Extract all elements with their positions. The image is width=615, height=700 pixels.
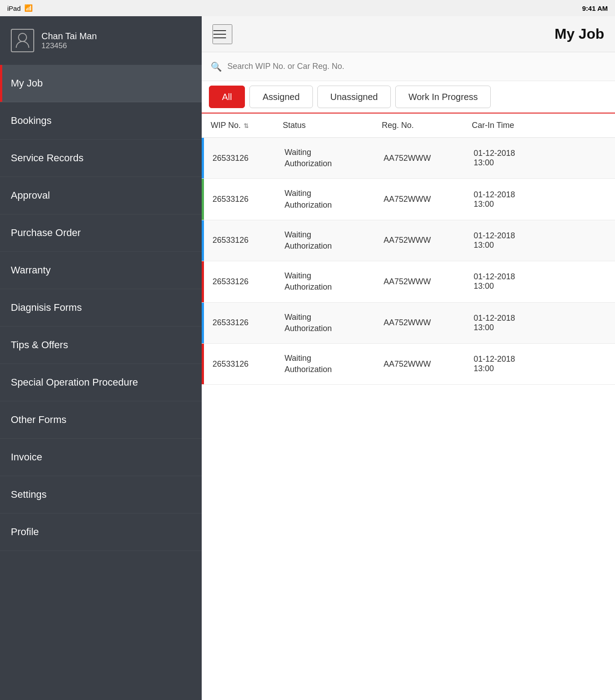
cell-status: WaitingAuthorization — [283, 229, 382, 252]
sidebar-item-label-approval: Approval — [11, 190, 50, 201]
search-input[interactable] — [227, 62, 606, 71]
cell-reg: AA752WWW — [382, 359, 472, 369]
status-bar-left: iPad 📶 — [7, 4, 33, 12]
sidebar-item-purchase-order[interactable]: Purchase Order — [0, 214, 202, 252]
sidebar-item-label-settings: Settings — [11, 489, 47, 500]
cell-reg: AA752WWW — [382, 195, 472, 204]
cell-car-in: 01-12-201813:00 — [472, 314, 606, 332]
sidebar-item-label-other-forms: Other Forms — [11, 414, 66, 426]
cell-wip: 26533126 — [211, 236, 283, 245]
sidebar-user: Chan Tai Man 123456 — [0, 16, 202, 65]
cell-status: WaitingAuthorization — [283, 312, 382, 334]
sidebar: Chan Tai Man 123456 My JobBookingsServic… — [0, 16, 202, 700]
svg-point-0 — [18, 33, 27, 41]
user-id: 123456 — [41, 41, 97, 50]
hamburger-line-1 — [213, 30, 226, 31]
table-header-reg-no: Reg. No. — [382, 121, 472, 130]
page-title: My Job — [555, 26, 604, 42]
cell-wip: 26533126 — [211, 195, 283, 204]
sidebar-item-label-special-operation: Special Operation Procedure — [11, 377, 138, 388]
row-indicator — [202, 303, 204, 343]
sidebar-item-profile[interactable]: Profile — [0, 514, 202, 551]
hamburger-button[interactable] — [213, 24, 232, 44]
row-indicator — [202, 220, 204, 261]
table-body: 26533126WaitingAuthorizationAA752WWW01-1… — [202, 138, 615, 700]
sidebar-item-approval[interactable]: Approval — [0, 177, 202, 214]
user-info: Chan Tai Man 123456 — [41, 31, 97, 50]
sidebar-item-label-invoice: Invoice — [11, 451, 42, 463]
cell-status: WaitingAuthorization — [283, 270, 382, 293]
hamburger-line-2 — [213, 34, 226, 35]
content-area: My Job 🔍 AllAssignedUnassignedWork In Pr… — [202, 16, 615, 700]
sidebar-item-label-bookings: Bookings — [11, 115, 52, 127]
cell-status: WaitingAuthorization — [283, 353, 382, 375]
cell-wip: 26533126 — [211, 277, 283, 286]
device-label: iPad — [7, 5, 21, 12]
table-row[interactable]: 26533126WaitingAuthorizationAA752WWW01-1… — [202, 344, 615, 385]
cell-car-in: 01-12-201813:00 — [472, 149, 606, 168]
sidebar-item-bookings[interactable]: Bookings — [0, 102, 202, 140]
sidebar-item-warranty[interactable]: Warranty — [0, 252, 202, 289]
sort-icon: ⇅ — [244, 122, 249, 129]
filter-tab-unassigned[interactable]: Unassigned — [317, 86, 391, 108]
cell-car-in: 01-12-201813:00 — [472, 272, 606, 291]
search-icon: 🔍 — [211, 61, 222, 72]
status-bar-time: 9:41 AM — [582, 5, 608, 12]
cell-wip: 26533126 — [211, 154, 283, 163]
sidebar-item-special-operation[interactable]: Special Operation Procedure — [0, 364, 202, 401]
avatar — [11, 29, 34, 52]
filter-tabs: AllAssignedUnassignedWork In Progress — [202, 81, 615, 114]
cell-status: WaitingAuthorization — [283, 188, 382, 210]
table-header-car-in-time: Car-In Time — [472, 121, 606, 130]
search-bar: 🔍 — [202, 52, 615, 81]
cell-status: WaitingAuthorization — [283, 147, 382, 169]
table-row[interactable]: 26533126WaitingAuthorizationAA752WWW01-1… — [202, 261, 615, 302]
filter-tab-all[interactable]: All — [209, 86, 245, 108]
cell-car-in: 01-12-201813:00 — [472, 355, 606, 373]
sidebar-item-my-job[interactable]: My Job — [0, 65, 202, 102]
status-bar: iPad 📶 9:41 AM — [0, 0, 615, 16]
sidebar-item-label-diagnisis-forms: Diagnisis Forms — [11, 302, 82, 314]
sidebar-nav: My JobBookingsService RecordsApprovalPur… — [0, 65, 202, 700]
sidebar-item-label-warranty: Warranty — [11, 264, 50, 276]
sidebar-item-settings[interactable]: Settings — [0, 476, 202, 514]
sidebar-item-diagnisis-forms[interactable]: Diagnisis Forms — [0, 289, 202, 327]
filter-tab-work-in-progress[interactable]: Work In Progress — [395, 86, 491, 108]
sidebar-item-label-profile: Profile — [11, 526, 39, 538]
hamburger-line-3 — [213, 37, 226, 38]
table-row[interactable]: 26533126WaitingAuthorizationAA752WWW01-1… — [202, 220, 615, 261]
sidebar-item-invoice[interactable]: Invoice — [0, 439, 202, 476]
sidebar-item-label-my-job: My Job — [11, 77, 43, 89]
row-indicator — [202, 344, 204, 384]
row-indicator — [202, 138, 204, 178]
table-header-status: Status — [283, 121, 382, 130]
row-indicator — [202, 261, 204, 302]
sidebar-item-service-records[interactable]: Service Records — [0, 140, 202, 177]
sidebar-item-label-tips-offers: Tips & Offers — [11, 339, 68, 351]
table-header-wip-no[interactable]: WIP No.⇅ — [211, 121, 283, 130]
table-row[interactable]: 26533126WaitingAuthorizationAA752WWW01-1… — [202, 138, 615, 179]
cell-car-in: 01-12-201813:00 — [472, 190, 606, 209]
cell-reg: AA752WWW — [382, 154, 472, 163]
cell-reg: AA752WWW — [382, 277, 472, 286]
sidebar-item-tips-offers[interactable]: Tips & Offers — [0, 327, 202, 364]
table-row[interactable]: 26533126WaitingAuthorizationAA752WWW01-1… — [202, 303, 615, 344]
cell-reg: AA752WWW — [382, 318, 472, 327]
user-name: Chan Tai Man — [41, 31, 97, 41]
cell-wip: 26533126 — [211, 359, 283, 369]
filter-tab-assigned[interactable]: Assigned — [249, 86, 312, 108]
cell-wip: 26533126 — [211, 318, 283, 327]
sidebar-item-label-service-records: Service Records — [11, 152, 83, 164]
table-row[interactable]: 26533126WaitingAuthorizationAA752WWW01-1… — [202, 179, 615, 220]
content-header: My Job — [202, 16, 615, 52]
row-indicator — [202, 179, 204, 219]
sidebar-item-other-forms[interactable]: Other Forms — [0, 401, 202, 439]
main-container: Chan Tai Man 123456 My JobBookingsServic… — [0, 16, 615, 700]
cell-reg: AA752WWW — [382, 236, 472, 245]
wifi-icon: 📶 — [24, 4, 33, 12]
table-header: WIP No.⇅StatusReg. No.Car-In Time — [202, 114, 615, 138]
sidebar-item-label-purchase-order: Purchase Order — [11, 227, 81, 239]
cell-car-in: 01-12-201813:00 — [472, 231, 606, 250]
